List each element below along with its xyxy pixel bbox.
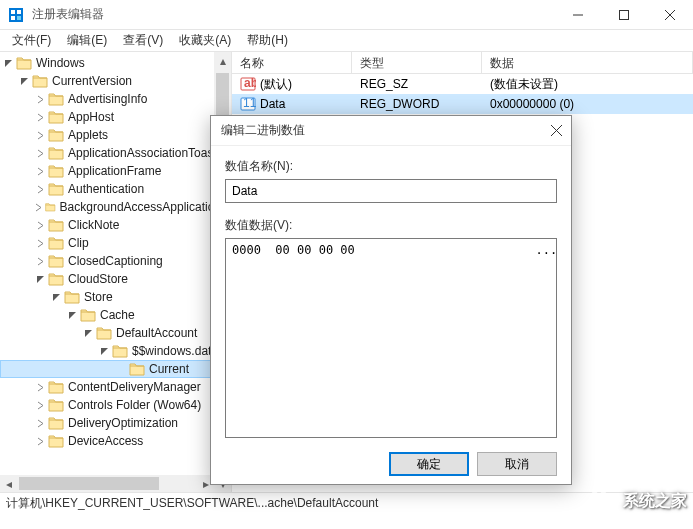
regedit-icon	[8, 7, 24, 23]
svg-rect-6	[620, 10, 629, 19]
tree-label: CurrentVersion	[52, 74, 136, 88]
tree-item[interactable]: CloudStore	[0, 270, 231, 288]
menu-view[interactable]: 查看(V)	[115, 30, 171, 51]
value-data-label: 数值数据(V):	[225, 217, 557, 234]
chevron-down-icon[interactable]	[82, 327, 94, 339]
svg-rect-2	[17, 10, 21, 14]
value-data: (数值未设置)	[490, 76, 558, 93]
tree-item[interactable]: ClosedCaptioning	[0, 252, 231, 270]
chevron-down-icon[interactable]	[98, 345, 110, 357]
tree-item[interactable]: Controls Folder (Wow64)	[0, 396, 231, 414]
tree-label: Controls Folder (Wow64)	[68, 398, 205, 412]
tree-item[interactable]: ApplicationAssociationToasts	[0, 144, 231, 162]
value-name-input[interactable]	[225, 179, 557, 203]
binary-icon: 110	[240, 96, 256, 112]
tree-label: ContentDeliveryManager	[68, 380, 205, 394]
tree-item[interactable]: ApplicationFrame	[0, 162, 231, 180]
tree-label: Current	[149, 362, 193, 376]
chevron-down-icon[interactable]	[50, 291, 62, 303]
tree-item[interactable]: Current	[0, 360, 231, 378]
tree-label: BackgroundAccessApplications	[60, 200, 231, 214]
window-titlebar: 注册表编辑器	[0, 0, 693, 30]
tree-item[interactable]: ContentDeliveryManager	[0, 378, 231, 396]
tree-item[interactable]: ClickNote	[0, 216, 231, 234]
tree-label: ClickNote	[68, 218, 123, 232]
col-type[interactable]: 类型	[352, 52, 482, 73]
chevron-right-icon[interactable]	[34, 435, 46, 447]
chevron-right-icon[interactable]	[34, 381, 46, 393]
chevron-right-icon[interactable]	[34, 237, 46, 249]
svg-rect-3	[11, 16, 15, 20]
chevron-right-icon[interactable]	[34, 183, 46, 195]
chevron-right-icon[interactable]	[34, 255, 46, 267]
chevron-down-icon[interactable]	[18, 75, 30, 87]
menu-help[interactable]: 帮助(H)	[239, 30, 296, 51]
tree-item[interactable]: Windows	[0, 54, 231, 72]
tree-item[interactable]: DeviceAccess	[0, 432, 231, 450]
menu-favorites[interactable]: 收藏夹(A)	[171, 30, 239, 51]
list-row[interactable]: ab(默认)REG_SZ(数值未设置)	[232, 74, 693, 94]
tree-label: Cache	[100, 308, 139, 322]
svg-rect-4	[17, 16, 21, 20]
dialog-title: 编辑二进制数值	[221, 122, 541, 139]
tree-item[interactable]: AppHost	[0, 108, 231, 126]
minimize-button[interactable]	[555, 0, 601, 30]
chevron-right-icon[interactable]	[34, 201, 43, 213]
tree-label: ClosedCaptioning	[68, 254, 167, 268]
watermark-text: 系统之家	[623, 491, 687, 512]
tree-item[interactable]: DefaultAccount	[0, 324, 231, 342]
tree-label: ApplicationFrame	[68, 164, 165, 178]
tree-item[interactable]: CurrentVersion	[0, 72, 231, 90]
tree-label: ApplicationAssociationToasts	[68, 146, 227, 160]
chevron-right-icon[interactable]	[34, 129, 46, 141]
chevron-right-icon[interactable]	[34, 219, 46, 231]
tree-item[interactable]: Cache	[0, 306, 231, 324]
chevron-down-icon[interactable]	[34, 273, 46, 285]
chevron-right-icon[interactable]	[34, 165, 46, 177]
ok-button[interactable]: 确定	[389, 452, 469, 476]
tree-item[interactable]: Applets	[0, 126, 231, 144]
house-icon	[581, 483, 617, 519]
chevron-down-icon[interactable]	[2, 57, 14, 69]
scroll-thumb[interactable]	[19, 477, 159, 490]
cancel-button[interactable]: 取消	[477, 452, 557, 476]
scroll-up-icon[interactable]: ▴	[214, 52, 231, 69]
chevron-right-icon[interactable]	[34, 147, 46, 159]
svg-rect-1	[11, 10, 15, 14]
col-name[interactable]: 名称	[232, 52, 352, 73]
tree-item[interactable]: Clip	[0, 234, 231, 252]
tree-label: Clip	[68, 236, 93, 250]
value-name: (默认)	[260, 76, 292, 93]
tree-label: Windows	[36, 56, 89, 70]
tree-label: Applets	[68, 128, 112, 142]
tree-item[interactable]: $$windows.data	[0, 342, 231, 360]
tree-item[interactable]: BackgroundAccessApplications	[0, 198, 231, 216]
value-name: Data	[260, 97, 285, 111]
tree-label: AdvertisingInfo	[68, 92, 151, 106]
menu-file[interactable]: 文件(F)	[4, 30, 59, 51]
chevron-down-icon[interactable]	[66, 309, 78, 321]
list-row[interactable]: 110DataREG_DWORD0x00000000 (0)	[232, 94, 693, 114]
tree-label: Authentication	[68, 182, 148, 196]
maximize-button[interactable]	[601, 0, 647, 30]
dialog-close-button[interactable]	[541, 116, 571, 146]
col-data[interactable]: 数据	[482, 52, 693, 73]
tree-label: DeliveryOptimization	[68, 416, 182, 430]
hex-editor[interactable]: 0000 00 00 00 00 ....	[225, 238, 557, 438]
tree-horizontal-scrollbar[interactable]: ◂ ▸	[0, 475, 214, 492]
close-button[interactable]	[647, 0, 693, 30]
tree-label: $$windows.data	[132, 344, 222, 358]
scroll-left-icon[interactable]: ◂	[0, 475, 17, 492]
chevron-right-icon[interactable]	[34, 93, 46, 105]
tree-item[interactable]: Authentication	[0, 180, 231, 198]
tree-item[interactable]: AdvertisingInfo	[0, 90, 231, 108]
menu-edit[interactable]: 编辑(E)	[59, 30, 115, 51]
tree-item[interactable]: Store	[0, 288, 231, 306]
dialog-titlebar[interactable]: 编辑二进制数值	[211, 116, 571, 146]
chevron-right-icon[interactable]	[34, 399, 46, 411]
chevron-right-icon[interactable]	[34, 111, 46, 123]
chevron-right-icon[interactable]	[34, 417, 46, 429]
tree-label: Store	[84, 290, 117, 304]
tree-item[interactable]: DeliveryOptimization	[0, 414, 231, 432]
registry-tree[interactable]: WindowsCurrentVersionAdvertisingInfoAppH…	[0, 52, 232, 492]
